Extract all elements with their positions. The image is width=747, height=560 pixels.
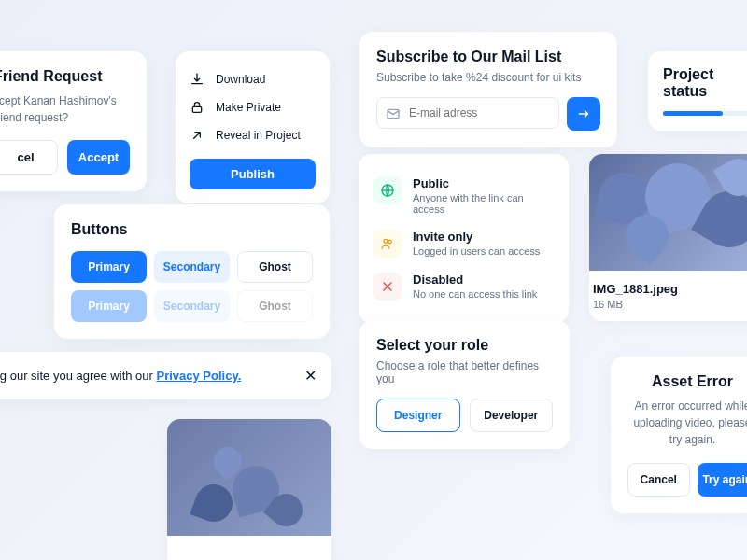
arrow-up-right-icon — [190, 128, 204, 143]
ctx-make-private[interactable]: Make Private — [190, 93, 316, 121]
buttons-card: Buttons Primary Secondary Ghost Primary … — [54, 204, 330, 339]
buttons-title: Buttons — [71, 221, 313, 238]
privacy-banner: using our site you agree with our Privac… — [0, 352, 331, 399]
role-developer-button[interactable]: Developer — [470, 399, 554, 432]
email-input[interactable] — [376, 97, 559, 129]
access-public[interactable]: PublicAnyone with the link can access — [374, 169, 554, 222]
ctx-private-label: Make Private — [216, 101, 281, 114]
friend-request-card: Friend Request ccept Kanan Hashimov's fr… — [0, 51, 147, 191]
project-status-card: Project status %65 — [648, 51, 747, 131]
privacy-link[interactable]: Privacy Policy. — [157, 369, 242, 383]
role-subtitle: Choose a role that better defines you — [376, 359, 553, 385]
btn-secondary[interactable]: Secondary — [154, 251, 230, 283]
role-card: Select your role Choose a role that bett… — [359, 320, 570, 449]
close-icon[interactable]: ✕ — [304, 367, 317, 385]
image-file-card[interactable]: IMG_1881.jpeg 16 MB — [589, 154, 747, 321]
asseterr-retry-button[interactable]: Try again — [698, 463, 748, 497]
progress-fill — [663, 111, 723, 116]
x-icon — [374, 273, 402, 301]
friend-body: ccept Kanan Hashimov's friend request? — [0, 92, 130, 126]
arrow-right-icon — [576, 106, 591, 121]
hydrangea-image — [589, 154, 747, 271]
asseterr-title: Asset Error — [627, 373, 747, 390]
role-title: Select your role — [376, 337, 553, 354]
svg-point-4 — [388, 240, 391, 243]
asseterr-body: An error occurred while uploading video,… — [627, 398, 747, 448]
publish-button[interactable]: Publish — [190, 159, 316, 189]
privacy-text: using our site you agree with our — [0, 369, 157, 383]
lock-icon — [190, 100, 204, 115]
access-disabled-sub: No one can access this link — [413, 288, 537, 300]
subscribe-title: Subscribe to Our Mail List — [376, 49, 600, 65]
flower-image — [167, 419, 331, 536]
btn-ghost[interactable]: Ghost — [237, 251, 313, 283]
subscribe-card: Subscribe to Our Mail List Subscribe to … — [359, 32, 617, 147]
access-disabled[interactable]: DisabledNo one can access this link — [374, 265, 554, 308]
users-icon — [374, 230, 402, 258]
asseterr-cancel-button[interactable]: Cancel — [627, 463, 690, 497]
ctx-download-label: Download — [216, 73, 265, 86]
subscribe-subtitle: Subscribe to take %24 discount for ui ki… — [376, 71, 600, 84]
role-designer-button[interactable]: Designer — [376, 399, 460, 432]
ctx-download[interactable]: Download — [190, 65, 316, 93]
globe-icon — [374, 176, 402, 204]
file-size: 16 MB — [593, 299, 747, 310]
access-invite-title: Invite only — [413, 230, 540, 244]
mail-icon — [386, 106, 401, 121]
svg-rect-0 — [192, 106, 201, 112]
asset-error-card: Asset Error An error occurred while uplo… — [611, 357, 747, 513]
access-disabled-title: Disabled — [413, 273, 537, 287]
access-public-title: Public — [413, 176, 554, 190]
btn-secondary-disabled: Secondary — [154, 290, 230, 322]
btn-primary-disabled: Primary — [71, 290, 147, 322]
progress-bar — [663, 111, 747, 116]
access-invite-sub: Logged in users can access — [413, 245, 540, 257]
access-invite[interactable]: Invite onlyLogged in users can access — [374, 222, 554, 265]
btn-primary[interactable]: Primary — [71, 251, 147, 283]
download-icon — [190, 72, 204, 87]
friend-accept-button[interactable]: Accept — [67, 140, 130, 175]
svg-point-3 — [384, 239, 388, 243]
projstat-title: Project status — [663, 66, 747, 100]
context-menu: Download Make Private Reveal in Project … — [176, 51, 330, 203]
ctx-reveal-label: Reveal in Project — [216, 129, 301, 142]
friend-cancel-button[interactable]: cel — [0, 140, 58, 175]
subscribe-submit-button[interactable] — [567, 97, 600, 131]
friend-title: Friend Request — [0, 68, 130, 85]
file-name: IMG_1881.jpeg — [593, 282, 747, 296]
access-card: PublicAnyone with the link can access In… — [359, 154, 569, 323]
ctx-reveal[interactable]: Reveal in Project — [190, 121, 316, 149]
access-public-sub: Anyone with the link can access — [413, 192, 554, 215]
image-preview-1 — [167, 419, 331, 560]
btn-ghost-disabled: Ghost — [237, 290, 313, 322]
